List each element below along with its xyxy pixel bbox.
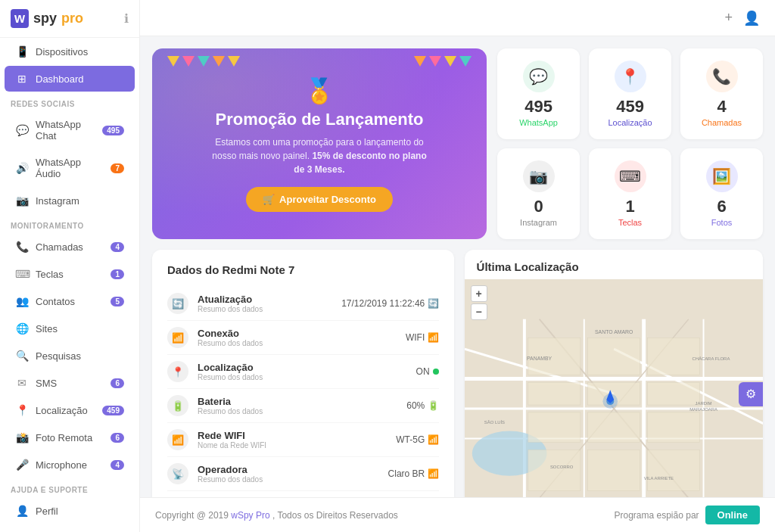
sidebar-item-localizacao[interactable]: 📍 Localização 459 — [5, 397, 135, 423]
stat-card-chamadas[interactable]: 📞 4 Chamadas — [680, 48, 763, 139]
map-svg: PANAMBY SANTO AMARO CHÁCARA FLORA JARDIM… — [465, 279, 763, 497]
conexao-sublabel: Resumo dos dados — [198, 339, 397, 347]
zoom-in-button[interactable]: + — [471, 285, 487, 302]
sidebar-item-label: Microphone — [36, 459, 87, 471]
footer-right-text: Programa espião par — [614, 510, 699, 521]
location-icon: 📍 — [15, 404, 29, 416]
top-row: 🏅 Promoção de Lançamento Estamos com uma… — [152, 48, 763, 239]
device-row-text-operadora: Operadora Resumo dos dados — [198, 464, 379, 484]
main-content: + 👤 — [140, 0, 775, 532]
svg-text:PANAMBY: PANAMBY — [527, 356, 552, 361]
sidebar-item-label: Instagram — [36, 195, 79, 207]
sidebar-item-label: Chamadas — [36, 241, 83, 253]
sidebar-item-label: Localização — [36, 405, 88, 416]
sidebar-item-teclas[interactable]: ⌨ Teclas 1 — [5, 261, 135, 287]
flag-pink — [182, 56, 195, 67]
sidebar-item-dashboard[interactable]: ⊞ Dashboard — [5, 66, 135, 92]
sidebar-item-dispositivos[interactable]: 📱 Dispositivos — [5, 39, 135, 64]
badge-whatsapp-chat: 495 — [102, 126, 124, 135]
sidebar-item-contatos[interactable]: 👥 Contatos 5 — [5, 288, 135, 314]
sidebar-item-instagram[interactable]: 📷 Instagram — [5, 188, 135, 213]
content-area: 🏅 Promoção de Lançamento Estamos com uma… — [140, 36, 775, 497]
svg-text:JARDIM: JARDIM — [695, 401, 711, 406]
calls-icon: 📞 — [15, 241, 29, 253]
conexao-label: Conexão — [198, 328, 397, 339]
sidebar-item-whatsapp-chat[interactable]: 💬 WhatsApp Chat 495 — [5, 112, 135, 148]
zoom-out-button[interactable]: − — [471, 303, 487, 320]
atualizacao-label: Atualização — [198, 294, 332, 305]
svg-rect-16 — [528, 382, 580, 405]
sidebar-item-chamadas[interactable]: 📞 Chamadas 4 — [5, 234, 135, 260]
stat-label-keys: Teclas — [618, 218, 642, 227]
sidebar-item-sms[interactable]: ✉ SMS 6 — [5, 370, 135, 396]
stat-card-localizacao[interactable]: 📍 459 Localização — [589, 48, 671, 139]
bateria-value: 60% 🔋 — [406, 400, 438, 411]
stat-icon-keys: ⌨ — [615, 160, 646, 192]
badge-contatos: 5 — [110, 297, 124, 306]
whatsapp-icon: 💬 — [15, 124, 29, 136]
user-icon[interactable]: 👤 — [743, 10, 760, 26]
stat-number-keys: 1 — [625, 197, 634, 216]
logo-w: w — [11, 9, 29, 28]
sidebar-item-foto-remota[interactable]: 📸 Foto Remota 6 — [5, 425, 135, 450]
sidebar-item-suporte[interactable]: 💬 Suporte › — [5, 525, 135, 532]
mic-icon: 🎤 — [15, 459, 29, 471]
stat-label-calls: Chamadas — [702, 118, 742, 127]
stat-card-fotos[interactable]: 🖼️ 6 Fotos — [680, 148, 763, 239]
footer: Copyright @ 2019 wSpy Pro , Todos os Dir… — [140, 497, 775, 532]
svg-text:VILA ARRIETE: VILA ARRIETE — [643, 476, 673, 481]
update-icon: 🔄 — [167, 293, 188, 314]
stat-card-whatsapp[interactable]: 💬 495 WhatsApp — [497, 48, 580, 139]
svg-text:MARAJOARA: MARAJOARA — [689, 407, 717, 412]
flag-left — [167, 56, 240, 67]
stat-number-location: 459 — [616, 97, 644, 117]
battery-icon: 🔋 — [167, 395, 188, 416]
svg-text:SÃO LUÍS: SÃO LUÍS — [484, 420, 504, 425]
wifi-icon: 📶 — [167, 327, 188, 348]
bateria-sublabel: Resumo dos dados — [198, 407, 397, 415]
map-card-title: Última Localização — [465, 250, 763, 279]
badge-mic: 4 — [110, 460, 124, 470]
status-on-dot — [433, 369, 439, 375]
settings-float-button[interactable]: ⚙ — [739, 382, 763, 406]
sidebar-item-label: Dashboard — [36, 73, 84, 85]
stat-card-instagram[interactable]: 📷 0 Instagram — [497, 148, 580, 239]
sidebar-item-whatsapp-audio[interactable]: 🔊 WhatsApp Áudio 7 — [5, 150, 135, 186]
svg-rect-23 — [587, 450, 640, 490]
sidebar-item-label: Contatos — [36, 296, 75, 307]
sidebar-item-perfil[interactable]: 👤 Perfil — [5, 498, 135, 524]
badge-whatsapp-audio: 7 — [110, 163, 124, 173]
dashboard-icon: ⊞ — [15, 73, 29, 85]
badge-localizacao: 459 — [102, 406, 124, 415]
flag-yellow2 — [228, 56, 240, 67]
footer-brand-link[interactable]: wSpy Pro — [231, 510, 269, 521]
info-icon[interactable]: ℹ — [124, 11, 129, 26]
sites-icon: 🌐 — [15, 322, 29, 334]
device-row-licenca: 👤 Licença Válida até: 04/03/2020 ✦ Esten… — [167, 491, 439, 497]
promo-button[interactable]: 🛒 Aproveitar Desconto — [246, 187, 393, 212]
conexao-value: WIFI 📶 — [406, 332, 439, 343]
footer-copyright: Copyright @ 2019 wSpy Pro , Todos os Dir… — [155, 510, 398, 521]
operator-icon: 📡 — [167, 463, 188, 484]
stat-number-whatsapp: 495 — [524, 97, 552, 117]
sidebar-item-label: Pesquisas — [36, 350, 81, 362]
sidebar-item-pesquisas[interactable]: 🔍 Pesquisas — [5, 343, 135, 369]
promo-description: Estamos com uma promoção para o lançamen… — [206, 135, 433, 176]
add-icon[interactable]: + — [724, 10, 733, 26]
sidebar-item-microphone[interactable]: 🎤 Microphone 4 — [5, 452, 135, 478]
stat-label-instagram: Instagram — [520, 218, 557, 227]
stat-card-teclas[interactable]: ⌨ 1 Teclas — [589, 148, 671, 239]
sidebar-item-sites[interactable]: 🌐 Sites — [5, 316, 135, 341]
badge-teclas: 1 — [110, 269, 124, 279]
sms-icon: ✉ — [15, 377, 29, 389]
promo-title: Promoção de Lançamento — [215, 110, 423, 129]
rede-icon: 📶 — [167, 429, 188, 450]
flag-orange — [213, 56, 225, 67]
loc-icon: 📍 — [167, 361, 188, 382]
svg-rect-14 — [587, 338, 640, 375]
rede-sublabel: Nome da Rede WIFI — [198, 441, 387, 450]
promo-banner: 🏅 Promoção de Lançamento Estamos com uma… — [152, 48, 487, 239]
atualizacao-sublabel: Resumo dos dados — [198, 305, 332, 313]
online-button[interactable]: Online — [705, 506, 760, 524]
sidebar-item-label: WhatsApp Áudio — [36, 157, 104, 179]
